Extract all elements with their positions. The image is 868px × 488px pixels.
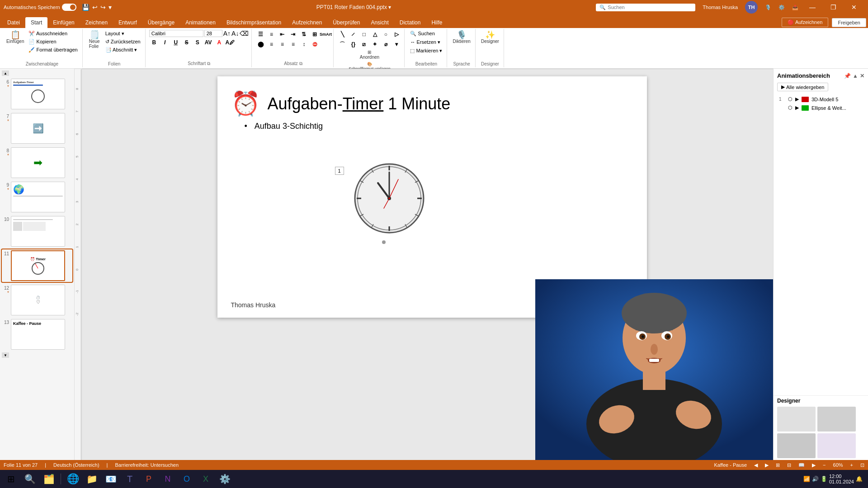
bold-button[interactable]: B <box>149 38 159 47</box>
share-icon[interactable]: 📤 <box>792 5 798 10</box>
tab-einfuegen[interactable]: Einfügen <box>47 17 80 28</box>
panel-pin-icon[interactable]: 📌 <box>844 73 851 79</box>
tab-datei[interactable]: Datei <box>2 17 25 28</box>
font-name-input[interactable] <box>149 30 203 37</box>
suchen-button[interactable]: 🔍 Suchen <box>408 30 436 38</box>
slide-thumb-8[interactable]: 8* ➡ <box>2 146 72 179</box>
shape4-button[interactable]: △ <box>370 30 380 39</box>
kopieren-button[interactable]: 📄 Kopieren <box>27 38 79 46</box>
strikethrough-button[interactable]: S <box>182 38 192 47</box>
save-icon[interactable]: 💾 <box>82 4 90 11</box>
taskview-button[interactable]: 🗂️ <box>40 470 58 488</box>
customize-icon[interactable]: ▾ <box>108 4 112 11</box>
settings-taskbar-button[interactable]: ⚙️ <box>216 470 234 488</box>
avatar[interactable]: TH <box>745 1 758 14</box>
dropdown-arrow[interactable]: ▾ <box>388 4 391 10</box>
mail-button[interactable]: 📧 <box>102 470 120 488</box>
justify-button[interactable]: ≡ <box>288 40 298 49</box>
view-slideshow-icon[interactable]: ▶ <box>812 462 816 468</box>
numbered-list-button[interactable]: ≡ <box>266 30 276 39</box>
settings-icon[interactable]: ⚙️ <box>778 5 785 10</box>
shape11-button[interactable]: ⌀ <box>381 40 391 49</box>
tab-hilfe[interactable]: Hilfe <box>426 17 448 28</box>
shape10-button[interactable]: ✦ <box>370 40 380 49</box>
teams-button[interactable]: T <box>121 470 139 488</box>
shape2-button[interactable]: ⟋ <box>348 30 358 39</box>
anordnen-button[interactable]: ⊞ Anordnen <box>347 49 392 61</box>
layout-button[interactable]: Layout ▾ <box>104 30 142 38</box>
undo-icon[interactable]: ↩ <box>92 4 98 11</box>
align-left-button[interactable]: ⬤ <box>255 40 265 49</box>
tray-volume-icon[interactable]: 🔊 <box>812 476 819 482</box>
slide-thumb-13[interactable]: 13 Kaffee - Pause <box>2 318 72 351</box>
tray-network-icon[interactable]: 📶 <box>803 476 810 482</box>
design-suggestion-4[interactable] <box>817 433 856 458</box>
italic-button[interactable]: I <box>160 38 170 47</box>
font-shrink-icon[interactable]: A↓ <box>231 30 239 37</box>
tab-uebergaenge[interactable]: Übergänge <box>142 17 180 28</box>
einfuegen-button[interactable]: 📋 Einfügen <box>5 30 26 45</box>
search-input[interactable] <box>608 5 689 10</box>
smartart-button[interactable]: SmArt <box>321 30 330 39</box>
zuruecksetzen-button[interactable]: ↺ Zurücksetzen <box>104 38 142 46</box>
powerpoint-button[interactable]: P <box>140 470 158 488</box>
zoom-in-icon[interactable]: + <box>850 462 853 468</box>
charspacing-button[interactable]: AV <box>203 38 213 47</box>
anim-item-2[interactable]: ⬡ ▶ Ellipse & Weit... <box>777 103 864 112</box>
edge-button[interactable]: 🌐 <box>64 470 82 488</box>
underline-button[interactable]: U <box>171 38 181 47</box>
tab-bildschirmpraesentation[interactable]: Bildschirmpräsentation <box>221 17 287 28</box>
slide-thumb-11[interactable]: 11 ⏰ Timer <box>2 249 72 282</box>
slide-title-text[interactable]: Aufgaben-Timer 1 Minute <box>268 94 451 113</box>
align-right-button[interactable]: ≡ <box>277 40 287 49</box>
fontcolor-button[interactable]: A <box>214 38 224 47</box>
autosave-toggle[interactable] <box>62 4 76 11</box>
explorer-button[interactable]: 📁 <box>83 470 101 488</box>
tray-battery-icon[interactable]: 🔋 <box>821 476 827 482</box>
tab-zeichnen[interactable]: Zeichnen <box>80 17 113 28</box>
scroll-btn-1[interactable]: ◀ <box>754 462 758 468</box>
shape5-button[interactable]: ○ <box>381 30 391 39</box>
close-button[interactable]: ✕ <box>844 0 864 14</box>
shadow-button[interactable]: S <box>193 38 203 47</box>
design-suggestion-1[interactable] <box>777 407 816 432</box>
start-button[interactable]: ⊞ <box>2 470 20 488</box>
columns-button[interactable]: ⊞ <box>310 30 320 39</box>
tab-animationen[interactable]: Animationen <box>180 17 221 28</box>
maximize-button[interactable]: ❐ <box>823 0 844 14</box>
scroll-up-button[interactable]: ▲ <box>2 70 9 76</box>
tab-entwurf[interactable]: Entwurf <box>113 17 142 28</box>
format-button[interactable]: 🖌️ Format übertragen <box>27 46 79 54</box>
font-size-input[interactable] <box>204 30 222 37</box>
ersetzen-button[interactable]: ↔ Ersetzen ▾ <box>408 38 442 46</box>
slide-thumb-9[interactable]: 9* 🌍 <box>2 181 72 213</box>
smartart2-button[interactable]: ⛔ <box>310 40 320 49</box>
diktieren-button[interactable]: 🎙️ Diktieren <box>451 30 472 45</box>
tab-aufzeichnen[interactable]: Aufzeichnen <box>287 17 327 28</box>
tab-ansicht[interactable]: Ansicht <box>365 17 394 28</box>
slide-thumb-6[interactable]: 6* Aufgaben-Timer <box>2 78 72 110</box>
slide-thumb-10[interactable]: 10 <box>2 215 72 248</box>
abschnitt-button[interactable]: 📑 Abschnitt ▾ <box>104 46 142 54</box>
bullet-list-button[interactable]: ☰ <box>255 30 265 39</box>
dictate-icon[interactable]: 🎙️ <box>765 5 771 10</box>
markieren-button[interactable]: ⬚ Markieren ▾ <box>408 47 444 55</box>
shape7-button[interactable]: ⌒ <box>337 40 347 49</box>
decrease-indent-button[interactable]: ⇤ <box>277 30 287 39</box>
designer-button[interactable]: ✨ Designer <box>479 30 501 45</box>
textdirection-button[interactable]: ⇅ <box>299 30 309 39</box>
shape6-button[interactable]: ▷ <box>392 30 401 39</box>
freigeben-button[interactable]: Freigeben <box>832 18 866 27</box>
view-reading-icon[interactable]: 📖 <box>798 462 805 468</box>
excel-button[interactable]: X <box>197 470 215 488</box>
view-normal-icon[interactable]: ⊞ <box>776 462 780 468</box>
more-shapes-button[interactable]: ▾ <box>392 40 401 49</box>
highlight-button[interactable]: A🖊 <box>225 38 235 47</box>
redo-icon[interactable]: ↪ <box>100 4 106 11</box>
font-grow-icon[interactable]: A↑ <box>223 30 231 37</box>
panel-collapse-icon[interactable]: ▲ <box>853 73 858 79</box>
shape8-button[interactable]: {} <box>348 40 358 49</box>
tab-dictation[interactable]: Dictation <box>394 17 426 28</box>
ausschneiden-button[interactable]: ✂️ Ausschneiden <box>27 30 79 38</box>
panel-close-icon[interactable]: ✕ <box>860 73 864 79</box>
